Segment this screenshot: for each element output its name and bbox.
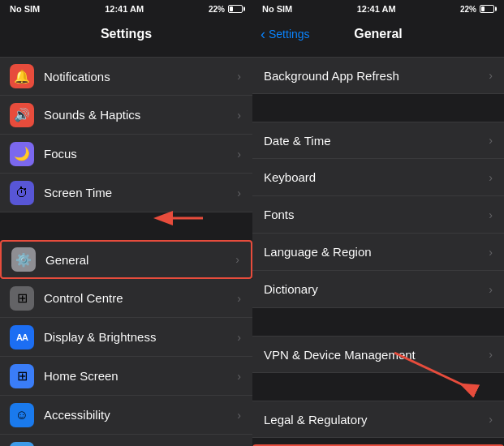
sidebar-item-sounds-haptics[interactable]: 🔊 Sounds & Haptics › xyxy=(0,96,252,135)
screen-time-chevron: › xyxy=(237,187,241,199)
right-item-background-app-refresh[interactable]: Background App Refresh › xyxy=(252,57,504,94)
left-nav-title: Settings xyxy=(101,27,152,41)
carrier-left: No SIM xyxy=(10,4,40,14)
right-item-legal-regulatory[interactable]: Legal & Regulatory › xyxy=(252,401,504,438)
right-item-date-time[interactable]: Date & Time › xyxy=(252,122,504,159)
battery-icon-right xyxy=(480,5,494,13)
sidebar-item-control-centre[interactable]: ⊞ Control Centre › xyxy=(0,279,252,318)
general-label: General xyxy=(45,253,235,267)
focus-chevron: › xyxy=(237,148,241,161)
dictionary-label: Dictionary xyxy=(264,282,489,296)
screen-time-icon: ⏱ xyxy=(10,181,34,205)
right-panel: No SIM 12:41 AM 22% ‹ Settings General B… xyxy=(252,0,504,446)
back-button[interactable]: ‹ Settings xyxy=(261,27,310,41)
keyboard-label: Keyboard xyxy=(264,170,489,184)
right-group-2: Date & Time › Keyboard › Fonts › Languag… xyxy=(252,122,504,308)
sidebar-item-display-brightness[interactable]: AA Display & Brightness › xyxy=(0,318,252,357)
display-chevron: › xyxy=(237,331,241,344)
sidebar-item-general[interactable]: ⚙️ General › xyxy=(0,240,252,279)
right-item-language-region[interactable]: Language & Region › xyxy=(252,234,504,271)
background-app-refresh-label: Background App Refresh xyxy=(264,69,489,83)
right-item-vpn[interactable]: VPN & Device Management › xyxy=(252,336,504,373)
carrier-right: No SIM xyxy=(262,4,292,14)
home-screen-icon: ⊞ xyxy=(10,364,34,388)
sidebar-item-notifications[interactable]: 🔔 Notifications › xyxy=(0,57,252,96)
sidebar-item-wallpaper[interactable]: 🌄 Wallpaper › xyxy=(0,435,252,446)
background-app-refresh-chevron: › xyxy=(489,69,493,82)
back-chevron-icon: ‹ xyxy=(261,27,265,41)
fonts-label: Fonts xyxy=(264,208,489,221)
sounds-icon: 🔊 xyxy=(10,103,34,127)
screen-time-label: Screen Time xyxy=(44,186,237,199)
display-label: Display & Brightness xyxy=(44,330,237,344)
status-bar-right: No SIM 12:41 AM 22% xyxy=(252,0,504,18)
general-icon: ⚙️ xyxy=(11,247,36,272)
right-group-4: Legal & Regulatory › xyxy=(252,401,504,438)
back-label: Settings xyxy=(269,28,310,41)
group-1: 🔔 Notifications › 🔊 Sounds & Haptics › 🌙… xyxy=(0,57,252,212)
focus-icon: 🌙 xyxy=(10,142,34,166)
left-settings-list: 🔔 Notifications › 🔊 Sounds & Haptics › 🌙… xyxy=(0,50,252,446)
right-nav-header: ‹ Settings General xyxy=(252,18,504,50)
legal-label: Legal & Regulatory xyxy=(264,413,489,427)
accessibility-chevron: › xyxy=(237,409,241,422)
right-group-1: Background App Refresh › xyxy=(252,57,504,94)
left-panel: No SIM 12:41 AM 22% Settings 🔔 Notificat… xyxy=(0,0,252,446)
sidebar-item-screen-time[interactable]: ⏱ Screen Time › xyxy=(0,174,252,212)
notifications-icon: 🔔 xyxy=(10,64,34,88)
sidebar-item-focus[interactable]: 🌙 Focus › xyxy=(0,135,252,174)
focus-label: Focus xyxy=(44,147,237,161)
vpn-label: VPN & Device Management xyxy=(264,348,489,362)
date-time-label: Date & Time xyxy=(264,134,489,148)
sounds-label: Sounds & Haptics xyxy=(44,108,237,122)
home-screen-label: Home Screen xyxy=(44,369,237,383)
notifications-chevron: › xyxy=(237,70,241,83)
notifications-label: Notifications xyxy=(44,70,237,84)
accessibility-label: Accessibility xyxy=(44,408,237,422)
sounds-chevron: › xyxy=(237,109,241,122)
left-nav-header: Settings xyxy=(0,18,252,50)
status-bar-left: No SIM 12:41 AM 22% xyxy=(0,0,252,18)
sidebar-item-home-screen[interactable]: ⊞ Home Screen › xyxy=(0,357,252,396)
language-region-label: Language & Region xyxy=(264,245,489,259)
right-item-fonts[interactable]: Fonts › xyxy=(252,196,504,234)
right-scroll-container: Background App Refresh › Date & Time › K… xyxy=(252,50,504,446)
time-right: 12:41 AM xyxy=(357,4,396,14)
home-screen-chevron: › xyxy=(237,370,241,383)
sidebar-item-accessibility[interactable]: ☺ Accessibility › xyxy=(0,396,252,435)
right-settings-list: Background App Refresh › Date & Time › K… xyxy=(252,50,504,446)
battery-right: 22% xyxy=(460,5,494,14)
wallpaper-icon: 🌄 xyxy=(10,442,34,447)
left-scroll-container: 🔔 Notifications › 🔊 Sounds & Haptics › 🌙… xyxy=(0,50,252,446)
battery-icon-left xyxy=(228,5,243,13)
right-nav-title: General xyxy=(354,27,403,41)
right-group-3: VPN & Device Management › xyxy=(252,336,504,373)
right-item-dictionary[interactable]: Dictionary › xyxy=(252,271,504,308)
time-left: 12:41 AM xyxy=(105,4,144,14)
right-item-keyboard[interactable]: Keyboard › xyxy=(252,159,504,196)
control-centre-chevron: › xyxy=(237,292,241,305)
control-centre-label: Control Centre xyxy=(44,291,237,305)
battery-left: 22% xyxy=(209,5,243,14)
display-icon: AA xyxy=(10,325,34,350)
control-centre-icon: ⊞ xyxy=(10,286,34,311)
accessibility-icon: ☺ xyxy=(10,403,34,427)
general-chevron: › xyxy=(235,253,239,266)
group-2: ⚙️ General › ⊞ Control Centre › AA Displ… xyxy=(0,240,252,446)
